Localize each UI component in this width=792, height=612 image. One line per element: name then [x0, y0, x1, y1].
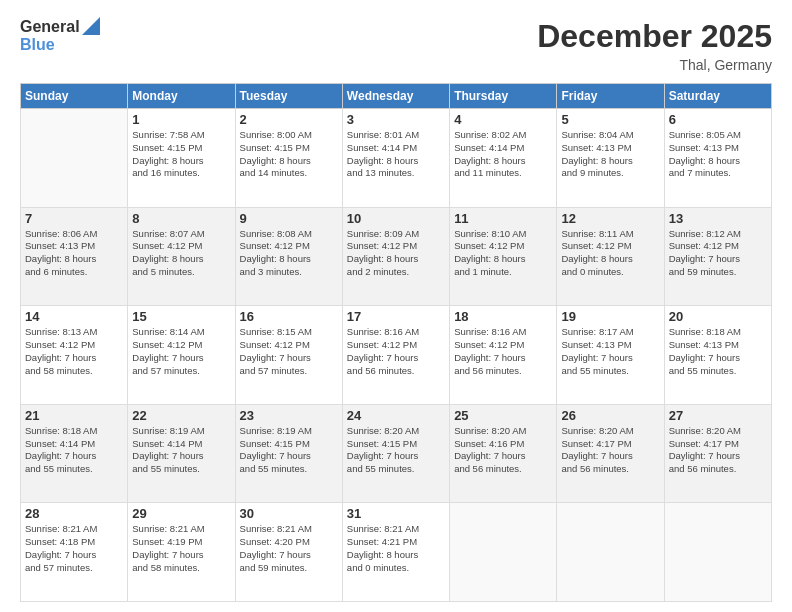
cell-details: Sunrise: 8:17 AMSunset: 4:13 PMDaylight:…: [561, 326, 659, 377]
day-number: 9: [240, 211, 338, 226]
svg-marker-0: [82, 17, 100, 35]
cell-details: Sunrise: 8:08 AMSunset: 4:12 PMDaylight:…: [240, 228, 338, 279]
calendar-week-row: 7Sunrise: 8:06 AMSunset: 4:13 PMDaylight…: [21, 207, 772, 306]
calendar-cell: 1Sunrise: 7:58 AMSunset: 4:15 PMDaylight…: [128, 109, 235, 208]
cell-details: Sunrise: 8:18 AMSunset: 4:13 PMDaylight:…: [669, 326, 767, 377]
calendar-cell: 3Sunrise: 8:01 AMSunset: 4:14 PMDaylight…: [342, 109, 449, 208]
calendar-week-row: 14Sunrise: 8:13 AMSunset: 4:12 PMDayligh…: [21, 306, 772, 405]
day-number: 30: [240, 506, 338, 521]
calendar-cell: 14Sunrise: 8:13 AMSunset: 4:12 PMDayligh…: [21, 306, 128, 405]
logo: General Blue: [20, 18, 100, 53]
calendar-cell: 29Sunrise: 8:21 AMSunset: 4:19 PMDayligh…: [128, 503, 235, 602]
day-header-friday: Friday: [557, 84, 664, 109]
day-header-tuesday: Tuesday: [235, 84, 342, 109]
calendar-cell: 24Sunrise: 8:20 AMSunset: 4:15 PMDayligh…: [342, 404, 449, 503]
calendar-cell: 12Sunrise: 8:11 AMSunset: 4:12 PMDayligh…: [557, 207, 664, 306]
cell-details: Sunrise: 8:21 AMSunset: 4:21 PMDaylight:…: [347, 523, 445, 574]
calendar-cell: 5Sunrise: 8:04 AMSunset: 4:13 PMDaylight…: [557, 109, 664, 208]
calendar-cell: [450, 503, 557, 602]
cell-details: Sunrise: 8:20 AMSunset: 4:17 PMDaylight:…: [561, 425, 659, 476]
calendar-cell: 15Sunrise: 8:14 AMSunset: 4:12 PMDayligh…: [128, 306, 235, 405]
day-header-thursday: Thursday: [450, 84, 557, 109]
day-number: 5: [561, 112, 659, 127]
calendar-cell: [664, 503, 771, 602]
cell-details: Sunrise: 7:58 AMSunset: 4:15 PMDaylight:…: [132, 129, 230, 180]
day-number: 20: [669, 309, 767, 324]
day-header-saturday: Saturday: [664, 84, 771, 109]
calendar-cell: 23Sunrise: 8:19 AMSunset: 4:15 PMDayligh…: [235, 404, 342, 503]
cell-details: Sunrise: 8:20 AMSunset: 4:17 PMDaylight:…: [669, 425, 767, 476]
day-number: 18: [454, 309, 552, 324]
cell-details: Sunrise: 8:02 AMSunset: 4:14 PMDaylight:…: [454, 129, 552, 180]
calendar-cell: 11Sunrise: 8:10 AMSunset: 4:12 PMDayligh…: [450, 207, 557, 306]
day-number: 14: [25, 309, 123, 324]
calendar-cell: 13Sunrise: 8:12 AMSunset: 4:12 PMDayligh…: [664, 207, 771, 306]
day-number: 13: [669, 211, 767, 226]
day-number: 17: [347, 309, 445, 324]
header: General Blue December 2025 Thal, Germany: [20, 18, 772, 73]
cell-details: Sunrise: 8:20 AMSunset: 4:15 PMDaylight:…: [347, 425, 445, 476]
calendar-cell: 17Sunrise: 8:16 AMSunset: 4:12 PMDayligh…: [342, 306, 449, 405]
calendar-header-row: SundayMondayTuesdayWednesdayThursdayFrid…: [21, 84, 772, 109]
cell-details: Sunrise: 8:11 AMSunset: 4:12 PMDaylight:…: [561, 228, 659, 279]
cell-details: Sunrise: 8:06 AMSunset: 4:13 PMDaylight:…: [25, 228, 123, 279]
calendar-cell: 8Sunrise: 8:07 AMSunset: 4:12 PMDaylight…: [128, 207, 235, 306]
cell-details: Sunrise: 8:20 AMSunset: 4:16 PMDaylight:…: [454, 425, 552, 476]
calendar-week-row: 1Sunrise: 7:58 AMSunset: 4:15 PMDaylight…: [21, 109, 772, 208]
calendar-cell: 30Sunrise: 8:21 AMSunset: 4:20 PMDayligh…: [235, 503, 342, 602]
cell-details: Sunrise: 8:18 AMSunset: 4:14 PMDaylight:…: [25, 425, 123, 476]
calendar-cell: 26Sunrise: 8:20 AMSunset: 4:17 PMDayligh…: [557, 404, 664, 503]
day-number: 29: [132, 506, 230, 521]
month-title: December 2025: [537, 18, 772, 55]
day-number: 22: [132, 408, 230, 423]
day-number: 19: [561, 309, 659, 324]
calendar-cell: 4Sunrise: 8:02 AMSunset: 4:14 PMDaylight…: [450, 109, 557, 208]
day-number: 21: [25, 408, 123, 423]
day-header-sunday: Sunday: [21, 84, 128, 109]
logo-general-text: General: [20, 18, 80, 36]
day-header-wednesday: Wednesday: [342, 84, 449, 109]
calendar-cell: 31Sunrise: 8:21 AMSunset: 4:21 PMDayligh…: [342, 503, 449, 602]
day-number: 31: [347, 506, 445, 521]
logo-blue-text: Blue: [20, 36, 55, 54]
day-number: 15: [132, 309, 230, 324]
cell-details: Sunrise: 8:21 AMSunset: 4:19 PMDaylight:…: [132, 523, 230, 574]
day-number: 11: [454, 211, 552, 226]
calendar-cell: 20Sunrise: 8:18 AMSunset: 4:13 PMDayligh…: [664, 306, 771, 405]
day-number: 6: [669, 112, 767, 127]
cell-details: Sunrise: 8:05 AMSunset: 4:13 PMDaylight:…: [669, 129, 767, 180]
cell-details: Sunrise: 8:16 AMSunset: 4:12 PMDaylight:…: [454, 326, 552, 377]
day-number: 23: [240, 408, 338, 423]
day-number: 27: [669, 408, 767, 423]
day-number: 28: [25, 506, 123, 521]
day-number: 10: [347, 211, 445, 226]
cell-details: Sunrise: 8:10 AMSunset: 4:12 PMDaylight:…: [454, 228, 552, 279]
calendar-cell: 19Sunrise: 8:17 AMSunset: 4:13 PMDayligh…: [557, 306, 664, 405]
cell-details: Sunrise: 8:09 AMSunset: 4:12 PMDaylight:…: [347, 228, 445, 279]
day-number: 25: [454, 408, 552, 423]
cell-details: Sunrise: 8:01 AMSunset: 4:14 PMDaylight:…: [347, 129, 445, 180]
calendar-cell: 21Sunrise: 8:18 AMSunset: 4:14 PMDayligh…: [21, 404, 128, 503]
calendar-cell: 9Sunrise: 8:08 AMSunset: 4:12 PMDaylight…: [235, 207, 342, 306]
day-number: 12: [561, 211, 659, 226]
day-number: 1: [132, 112, 230, 127]
calendar-cell: 22Sunrise: 8:19 AMSunset: 4:14 PMDayligh…: [128, 404, 235, 503]
day-number: 3: [347, 112, 445, 127]
cell-details: Sunrise: 8:21 AMSunset: 4:18 PMDaylight:…: [25, 523, 123, 574]
title-area: December 2025 Thal, Germany: [537, 18, 772, 73]
cell-details: Sunrise: 8:12 AMSunset: 4:12 PMDaylight:…: [669, 228, 767, 279]
calendar-table: SundayMondayTuesdayWednesdayThursdayFrid…: [20, 83, 772, 602]
calendar-page: General Blue December 2025 Thal, Germany…: [0, 0, 792, 612]
cell-details: Sunrise: 8:19 AMSunset: 4:14 PMDaylight:…: [132, 425, 230, 476]
cell-details: Sunrise: 8:00 AMSunset: 4:15 PMDaylight:…: [240, 129, 338, 180]
day-number: 24: [347, 408, 445, 423]
cell-details: Sunrise: 8:21 AMSunset: 4:20 PMDaylight:…: [240, 523, 338, 574]
calendar-cell: [21, 109, 128, 208]
calendar-cell: [557, 503, 664, 602]
cell-details: Sunrise: 8:13 AMSunset: 4:12 PMDaylight:…: [25, 326, 123, 377]
calendar-cell: 16Sunrise: 8:15 AMSunset: 4:12 PMDayligh…: [235, 306, 342, 405]
day-number: 2: [240, 112, 338, 127]
calendar-cell: 6Sunrise: 8:05 AMSunset: 4:13 PMDaylight…: [664, 109, 771, 208]
location-subtitle: Thal, Germany: [537, 57, 772, 73]
calendar-cell: 7Sunrise: 8:06 AMSunset: 4:13 PMDaylight…: [21, 207, 128, 306]
